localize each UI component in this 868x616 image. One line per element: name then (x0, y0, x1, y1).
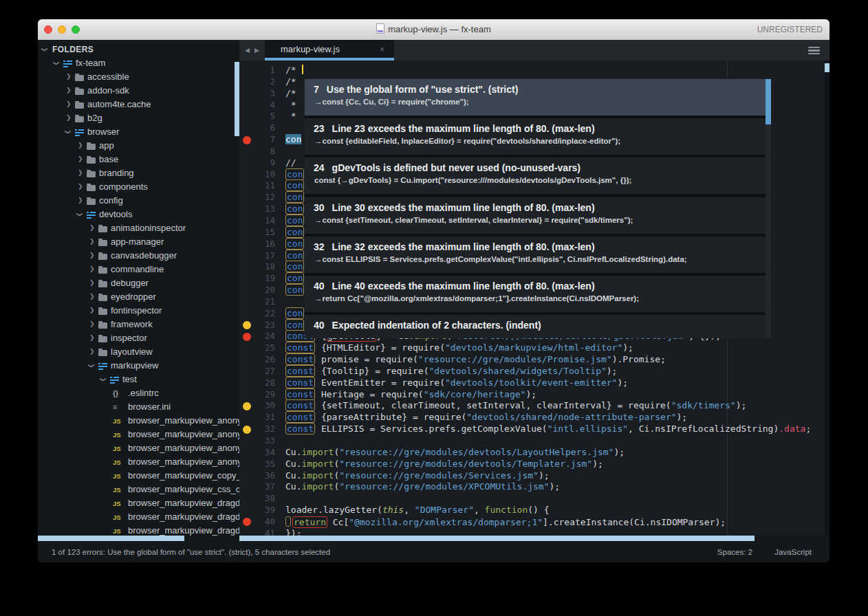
popup-vertical-scrollbar[interactable] (766, 79, 771, 124)
syntax-mode[interactable]: JavaScript (774, 542, 812, 562)
tree-item-addon-sdk[interactable]: addon-sdk (38, 84, 239, 98)
tab-forward-icon[interactable]: ▶ (254, 40, 259, 60)
tree-item-browser-markupview-anonym[interactable]: JSbrowser_markupview_anonym (38, 414, 239, 428)
code-line-30[interactable]: 30const {setTimeout, clearTimeout, setIn… (239, 400, 829, 412)
chevron-down-icon[interactable] (54, 60, 58, 65)
tree-item-animationinspector[interactable]: animationinspector (38, 221, 239, 235)
lint-error-item-4[interactable]: 30Line 30 exceeds the maximum line lengt… (305, 197, 766, 234)
chevron-right-icon[interactable] (78, 184, 83, 189)
tab-back-icon[interactable]: ◀ (245, 40, 250, 60)
chevron-right-icon[interactable] (89, 322, 94, 327)
code-line-25[interactable]: 25const {HTMLEditor} = require("devtools… (239, 342, 829, 354)
overflow-menu-icon[interactable] (808, 47, 820, 54)
editor-scrollbar-track[interactable] (825, 60, 829, 536)
tree-item-autom4te-cache[interactable]: autom4te.cache (38, 98, 239, 111)
chevron-right-icon[interactable] (89, 253, 94, 258)
tree-item-components[interactable]: components (38, 180, 239, 194)
chevron-right-icon[interactable] (89, 336, 94, 340)
chevron-right-icon[interactable] (66, 74, 71, 79)
chevron-down-icon[interactable] (77, 212, 82, 217)
chevron-right-icon[interactable] (89, 294, 94, 299)
tree-item-browser-ini[interactable]: ≡browser.ini (38, 400, 239, 414)
tree-item-accessible[interactable]: accessible (38, 70, 239, 84)
chevron-down-icon[interactable] (100, 377, 105, 382)
code-line-29[interactable]: 29const Heritage = require("sdk/core/her… (239, 389, 829, 401)
code-line-32[interactable]: 32const ELLIPSIS = Services.prefs.getCom… (239, 424, 829, 435)
code-line-41[interactable]: 41}); (239, 528, 829, 536)
code-line-34[interactable]: 34Cu.import("resource://gre/modules/devt… (239, 447, 829, 459)
chevron-right-icon[interactable] (78, 157, 83, 162)
sidebar-horizontal-scrollbar[interactable] (38, 536, 184, 541)
chevron-down-icon[interactable] (89, 363, 94, 368)
lint-error-item-5[interactable]: 32Line 32 exceeds the maximum line lengt… (305, 236, 766, 273)
tree-item-app-manager[interactable]: app-manager (38, 235, 239, 249)
tree-item-framework[interactable]: framework (38, 318, 239, 331)
tree-item-browser[interactable]: browser (38, 125, 239, 139)
tree-item-browser-markupview-anonym[interactable]: JSbrowser_markupview_anonym (38, 428, 239, 441)
tree-item-config[interactable]: config (38, 194, 239, 208)
chevron-right-icon[interactable] (66, 116, 71, 120)
sidebar-vertical-scrollbar[interactable] (235, 62, 239, 136)
tree-item-branding[interactable]: branding (38, 166, 239, 180)
tree-item-base[interactable]: base (38, 153, 239, 166)
lint-error-item-2[interactable]: 23Line 23 exceeds the maximum line lengt… (305, 118, 766, 155)
code-line-37[interactable]: 37Cu.import("resource://gre/modules/XPCO… (239, 481, 829, 493)
tree-item-fontinspector[interactable]: fontinspector (38, 304, 239, 318)
chevron-right-icon[interactable] (78, 170, 83, 175)
chevron-right-icon[interactable] (89, 267, 94, 272)
code-line-27[interactable]: 27const {Tooltip} = require("devtools/sh… (239, 366, 829, 377)
tree-item-b2g[interactable]: b2g (38, 111, 239, 125)
tree-item-browser-markupview-anonym[interactable]: JSbrowser_markupview_anonym (38, 455, 239, 469)
code-line-1[interactable]: 1/* (239, 65, 829, 76)
editor-horizontal-scrollbar[interactable] (239, 536, 755, 541)
file-js-icon: JS (113, 442, 121, 455)
lint-error-item-1[interactable]: 7Use the global form of "use strict". (s… (305, 79, 766, 116)
chevron-down-icon[interactable] (65, 129, 70, 134)
code-line-33[interactable]: 33 (239, 435, 829, 447)
code-line-35[interactable]: 35Cu.import("resource://gre/modules/devt… (239, 459, 829, 470)
tree-item-app[interactable]: app (38, 139, 239, 153)
chevron-right-icon[interactable] (89, 226, 94, 230)
editor-vertical-scrollbar[interactable] (825, 63, 829, 72)
folders-header[interactable]: FOLDERS (38, 43, 239, 56)
lint-error-item-6[interactable]: 40Line 40 exceeds the maximum line lengt… (305, 276, 766, 312)
tree-item-debugger[interactable]: debugger (38, 276, 239, 290)
tree-item-fx-team[interactable]: fx-team (38, 56, 239, 70)
chevron-right-icon[interactable] (89, 280, 94, 285)
tree-item-browser-markupview-anonym[interactable]: JSbrowser_markupview_anonym (38, 441, 239, 455)
tab-close-icon[interactable]: × (380, 40, 384, 58)
tree-item-browser-markupview-dragdro[interactable]: JSbrowser_markupview_dragdro (38, 510, 239, 524)
tree-item-browser-markupview-dragdro[interactable]: JSbrowser_markupview_dragdro (38, 524, 239, 536)
tree-item-layoutview[interactable]: layoutview (38, 345, 239, 359)
code-line-36[interactable]: 36Cu.import("resource://gre/modules/Serv… (239, 470, 829, 482)
code-line-31[interactable]: 31const {parseAttribute} = require("devt… (239, 412, 829, 424)
chevron-right-icon[interactable] (89, 239, 94, 244)
tree-item-test[interactable]: test (38, 373, 239, 386)
chevron-right-icon[interactable] (66, 88, 71, 93)
tree-item-devtools[interactable]: devtools (38, 208, 239, 221)
code-line-39[interactable]: 39loader.lazyGetter(this, "DOMParser", f… (239, 505, 829, 516)
code-token: }); (285, 528, 301, 536)
code-line-26[interactable]: 26const promise = require("resource://gr… (239, 354, 829, 366)
tab-markup-view[interactable]: markup-view.js × (265, 40, 394, 60)
tree-item-browser-markupview-copy-im[interactable]: JSbrowser_markupview_copy_im (38, 469, 239, 483)
code-line-28[interactable]: 28const EventEmitter = require("devtools… (239, 377, 829, 389)
tree-item-markupview[interactable]: markupview (38, 359, 239, 373)
tree-item-browser-markupview-dragdro[interactable]: JSbrowser_markupview_dragdro (38, 496, 239, 510)
chevron-right-icon[interactable] (89, 308, 94, 313)
tree-item-browser-markupview-css-com[interactable]: JSbrowser_markupview_css_com (38, 483, 239, 496)
tree-item-commandline[interactable]: commandline (38, 263, 239, 276)
indent-setting[interactable]: Spaces: 2 (717, 542, 752, 562)
code-line-38[interactable]: 38 (239, 493, 829, 505)
tree-item-inspector[interactable]: inspector (38, 331, 239, 345)
chevron-right-icon[interactable] (66, 102, 71, 107)
tree-item-eslintrc[interactable]: {}.eslintrc (38, 386, 239, 400)
lint-error-item-3[interactable]: 24gDevTools is defined but never used (n… (305, 157, 766, 194)
chevron-right-icon[interactable] (78, 198, 83, 203)
tree-item-canvasdebugger[interactable]: canvasdebugger (38, 249, 239, 263)
tree-item-eyedropper[interactable]: eyedropper (38, 290, 239, 304)
lint-error-item-7[interactable]: 40Expected indentation of 2 characters. … (305, 315, 766, 338)
chevron-right-icon[interactable] (78, 143, 83, 148)
chevron-right-icon[interactable] (89, 349, 94, 354)
code-line-40[interactable]: 40return Cc["@mozilla.org/xmlextras/domp… (239, 516, 829, 528)
